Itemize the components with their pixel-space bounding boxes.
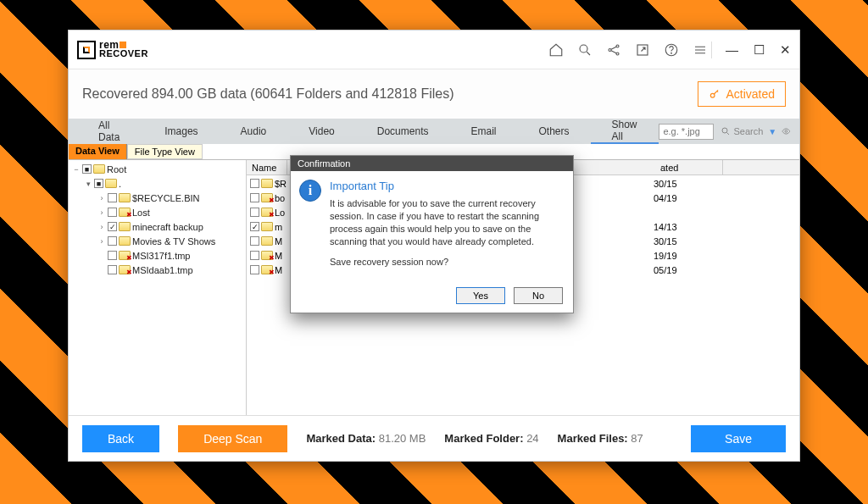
cell-date: 19/19 <box>654 251 721 261</box>
filter-audio[interactable]: Audio <box>220 125 288 137</box>
tree-row[interactable]: MSIdaab1.tmp <box>97 263 242 277</box>
svg-point-1 <box>609 48 611 51</box>
logo-text: rem RECOVER <box>99 41 148 58</box>
minimize-button[interactable]: — <box>726 43 738 56</box>
dialog-no-button[interactable]: No <box>514 287 563 304</box>
dropdown-icon[interactable]: ▼ <box>768 127 776 136</box>
tree-row[interactable]: −■Root <box>72 162 242 176</box>
dialog-title: Confirmation <box>291 156 573 171</box>
tree-label: minecraft backup <box>132 222 203 232</box>
logo-mark <box>77 41 96 59</box>
magnifier-icon <box>721 126 731 136</box>
cell-date: 30/15 <box>654 236 721 246</box>
export-icon[interactable] <box>635 42 650 58</box>
close-button[interactable]: ✕ <box>780 43 791 56</box>
svg-point-9 <box>785 130 787 133</box>
svg-point-2 <box>616 45 619 47</box>
tree-label: MSIdaab1.tmp <box>132 265 193 275</box>
filter-images[interactable]: Images <box>143 125 219 137</box>
cell-name: Lo <box>275 208 285 218</box>
titlebar: rem RECOVER — ☐ ✕ <box>69 30 799 69</box>
svg-point-3 <box>616 53 619 55</box>
marked-folder: Marked Folder: 24 <box>444 432 538 445</box>
filter-show-all[interactable]: Show All <box>591 119 659 144</box>
app-logo: rem RECOVER <box>77 41 148 59</box>
filter-video[interactable]: Video <box>287 125 355 137</box>
folder-tree: −■Root ▾■. ›$RECYCLE.BIN ›Lost ›✓minecra… <box>69 160 247 415</box>
cell-name: M <box>275 251 282 261</box>
tree-label: Root <box>107 164 126 174</box>
filter-others[interactable]: Others <box>518 125 591 137</box>
cell-name: M <box>275 265 282 275</box>
filter-email[interactable]: Email <box>449 125 517 137</box>
cell-name: M <box>275 236 282 246</box>
footer: Back Deep Scan Marked Data: 81.20 MB Mar… <box>69 415 799 461</box>
cell-name: bo <box>275 193 285 203</box>
cell-date: 14/13 <box>654 222 721 232</box>
dialog-text-2: Save recovery session now? <box>330 256 563 269</box>
marked-files: Marked Files: 87 <box>558 432 643 445</box>
search-input[interactable]: e.g. *.jpg <box>659 124 714 140</box>
tab-file-type-view[interactable]: File Type View <box>127 144 203 159</box>
tree-row[interactable]: ›Movies & TV Shows <box>97 234 242 248</box>
share-icon[interactable] <box>606 42 621 58</box>
recovery-summary: Recovered 894.00 GB data (60641 Folders … <box>82 86 454 102</box>
tree-row[interactable]: ›$RECYCLE.BIN <box>97 191 242 205</box>
cell-date: 04/19 <box>654 193 721 203</box>
search-label: Search <box>733 126 763 136</box>
filter-all[interactable]: All Data <box>77 119 143 143</box>
tab-data-view[interactable]: Data View <box>69 144 127 159</box>
preview-icon[interactable] <box>782 125 791 138</box>
filter-bar: All Data Images Audio Video Documents Em… <box>69 119 799 144</box>
tree-row[interactable]: ›Lost <box>97 205 242 219</box>
activated-label: Activated <box>726 87 775 101</box>
svg-point-0 <box>580 45 587 53</box>
cell-name: m <box>275 222 282 232</box>
filter-documents[interactable]: Documents <box>356 125 450 137</box>
help-icon[interactable] <box>664 42 679 58</box>
dialog-heading: Important Tip <box>330 180 563 192</box>
search-icon[interactable] <box>577 42 593 58</box>
tree-label: MSI317f1.tmp <box>132 251 190 261</box>
summary-row: Recovered 894.00 GB data (60641 Folders … <box>69 69 799 119</box>
dialog-text-1: It is advisable for you to save the curr… <box>330 197 563 247</box>
dialog-yes-button[interactable]: Yes <box>456 287 505 304</box>
marked-data: Marked Data: 81.20 MB <box>306 432 426 445</box>
info-icon: i <box>299 180 321 202</box>
cell-name: $R <box>275 179 287 189</box>
tree-label: Lost <box>132 208 150 218</box>
tree-row[interactable]: ▾■. <box>84 176 242 191</box>
maximize-button[interactable]: ☐ <box>754 43 765 56</box>
col-dated[interactable]: ated <box>655 160 723 174</box>
save-button[interactable]: Save <box>691 425 786 452</box>
tree-row[interactable]: ›✓minecraft backup <box>97 219 242 234</box>
activated-badge[interactable]: Activated <box>698 81 786 107</box>
title-actions <box>548 42 708 58</box>
window-controls: — ☐ ✕ <box>726 43 791 56</box>
cell-date: 05/19 <box>654 265 721 275</box>
deep-scan-button[interactable]: Deep Scan <box>178 425 287 452</box>
svg-point-6 <box>671 53 672 53</box>
confirmation-dialog: Confirmation i Important Tip It is advis… <box>290 155 574 313</box>
svg-point-7 <box>711 93 715 97</box>
back-button[interactable]: Back <box>82 425 159 452</box>
search-button[interactable]: Search <box>721 126 763 136</box>
svg-point-8 <box>722 128 727 133</box>
tree-label: Movies & TV Shows <box>132 236 215 246</box>
home-icon[interactable] <box>548 42 564 58</box>
key-icon <box>709 88 721 100</box>
menu-icon[interactable] <box>693 42 708 58</box>
cell-date: 30/15 <box>654 179 721 189</box>
tree-label: . <box>119 179 121 189</box>
tree-label: $RECYCLE.BIN <box>132 193 199 203</box>
titlebar-divider <box>711 42 712 58</box>
col-name[interactable]: Name <box>247 160 287 174</box>
tree-row[interactable]: MSI317f1.tmp <box>97 248 242 263</box>
